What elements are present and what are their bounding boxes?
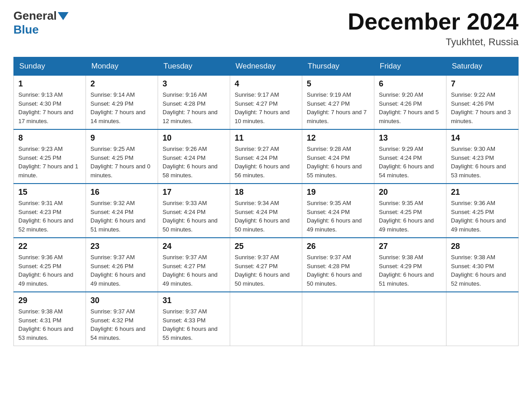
calendar-cell: 3Sunrise: 9:16 AMSunset: 4:28 PMDaylight… <box>158 76 230 130</box>
day-info: Sunrise: 9:38 AMSunset: 4:29 PMDaylight:… <box>379 253 442 288</box>
calendar-week-row: 15Sunrise: 9:31 AMSunset: 4:23 PMDayligh… <box>14 184 519 238</box>
day-number: 19 <box>307 188 369 197</box>
page-header: General Blue December 2024 Tyukhtet, Rus… <box>13 9 519 48</box>
calendar-cell: 29Sunrise: 9:38 AMSunset: 4:31 PMDayligh… <box>14 292 86 346</box>
day-number: 20 <box>379 188 442 197</box>
day-info: Sunrise: 9:36 AMSunset: 4:25 PMDaylight:… <box>18 253 81 288</box>
day-number: 23 <box>90 242 153 251</box>
day-info: Sunrise: 9:31 AMSunset: 4:23 PMDaylight:… <box>18 199 81 234</box>
location-text: Tyukhtet, Russia <box>348 36 519 48</box>
day-info: Sunrise: 9:13 AMSunset: 4:30 PMDaylight:… <box>18 90 81 125</box>
calendar-cell: 9Sunrise: 9:25 AMSunset: 4:25 PMDaylight… <box>86 129 158 184</box>
day-info: Sunrise: 9:33 AMSunset: 4:24 PMDaylight:… <box>163 199 225 234</box>
calendar-cell <box>374 292 446 346</box>
day-number: 14 <box>451 133 514 143</box>
calendar-week-row: 22Sunrise: 9:36 AMSunset: 4:25 PMDayligh… <box>14 238 519 292</box>
month-year-title: December 2024 <box>348 9 519 34</box>
day-info: Sunrise: 9:37 AMSunset: 4:33 PMDaylight:… <box>163 307 225 342</box>
calendar-cell: 6Sunrise: 9:20 AMSunset: 4:26 PMDaylight… <box>374 76 446 130</box>
calendar-cell: 28Sunrise: 9:38 AMSunset: 4:30 PMDayligh… <box>446 238 519 292</box>
day-info: Sunrise: 9:29 AMSunset: 4:24 PMDaylight:… <box>379 145 442 180</box>
calendar-cell: 22Sunrise: 9:36 AMSunset: 4:25 PMDayligh… <box>14 238 86 292</box>
day-info: Sunrise: 9:36 AMSunset: 4:25 PMDaylight:… <box>451 199 514 234</box>
day-info: Sunrise: 9:23 AMSunset: 4:25 PMDaylight:… <box>18 145 81 180</box>
day-number: 28 <box>451 242 514 251</box>
calendar-cell: 2Sunrise: 9:14 AMSunset: 4:29 PMDaylight… <box>86 76 158 130</box>
title-section: December 2024 Tyukhtet, Russia <box>348 9 519 48</box>
day-info: Sunrise: 9:27 AMSunset: 4:24 PMDaylight:… <box>235 145 297 180</box>
day-number: 6 <box>379 79 442 89</box>
day-info: Sunrise: 9:34 AMSunset: 4:24 PMDaylight:… <box>235 199 297 234</box>
day-number: 18 <box>235 188 297 197</box>
day-number: 27 <box>379 242 442 251</box>
calendar-cell <box>230 292 302 346</box>
day-number: 7 <box>451 79 514 89</box>
day-number: 15 <box>18 188 81 197</box>
day-number: 3 <box>163 79 225 89</box>
calendar-cell: 21Sunrise: 9:36 AMSunset: 4:25 PMDayligh… <box>446 184 519 238</box>
logo-blue-text: Blue <box>13 23 39 37</box>
calendar-cell: 14Sunrise: 9:30 AMSunset: 4:23 PMDayligh… <box>446 129 519 184</box>
calendar-cell: 27Sunrise: 9:38 AMSunset: 4:29 PMDayligh… <box>374 238 446 292</box>
calendar-cell: 13Sunrise: 9:29 AMSunset: 4:24 PMDayligh… <box>374 129 446 184</box>
calendar-cell: 18Sunrise: 9:34 AMSunset: 4:24 PMDayligh… <box>230 184 302 238</box>
calendar-header-sunday: Sunday <box>14 57 86 76</box>
day-number: 24 <box>163 242 225 251</box>
calendar-cell: 30Sunrise: 9:37 AMSunset: 4:32 PMDayligh… <box>86 292 158 346</box>
day-info: Sunrise: 9:16 AMSunset: 4:28 PMDaylight:… <box>163 90 225 125</box>
day-info: Sunrise: 9:32 AMSunset: 4:24 PMDaylight:… <box>90 199 153 234</box>
logo: General Blue <box>13 9 69 37</box>
day-number: 26 <box>307 242 369 251</box>
day-number: 29 <box>18 296 81 305</box>
calendar-header-row: SundayMondayTuesdayWednesdayThursdayFrid… <box>14 57 519 76</box>
calendar-week-row: 29Sunrise: 9:38 AMSunset: 4:31 PMDayligh… <box>14 292 519 346</box>
day-number: 21 <box>451 188 514 197</box>
calendar-cell: 25Sunrise: 9:37 AMSunset: 4:27 PMDayligh… <box>230 238 302 292</box>
calendar-cell <box>446 292 519 346</box>
day-number: 13 <box>379 133 442 143</box>
day-info: Sunrise: 9:37 AMSunset: 4:27 PMDaylight:… <box>163 253 225 288</box>
calendar-cell: 26Sunrise: 9:37 AMSunset: 4:28 PMDayligh… <box>302 238 374 292</box>
day-info: Sunrise: 9:35 AMSunset: 4:24 PMDaylight:… <box>307 199 369 234</box>
calendar-table: SundayMondayTuesdayWednesdayThursdayFrid… <box>13 57 519 346</box>
calendar-header-thursday: Thursday <box>302 57 374 76</box>
logo-arrow-icon <box>58 12 69 20</box>
calendar-cell: 7Sunrise: 9:22 AMSunset: 4:26 PMDaylight… <box>446 76 519 130</box>
calendar-cell: 15Sunrise: 9:31 AMSunset: 4:23 PMDayligh… <box>14 184 86 238</box>
calendar-cell: 17Sunrise: 9:33 AMSunset: 4:24 PMDayligh… <box>158 184 230 238</box>
calendar-cell: 5Sunrise: 9:19 AMSunset: 4:27 PMDaylight… <box>302 76 374 130</box>
calendar-cell: 19Sunrise: 9:35 AMSunset: 4:24 PMDayligh… <box>302 184 374 238</box>
calendar-header-saturday: Saturday <box>446 57 519 76</box>
calendar-cell: 1Sunrise: 9:13 AMSunset: 4:30 PMDaylight… <box>14 76 86 130</box>
calendar-cell: 10Sunrise: 9:26 AMSunset: 4:24 PMDayligh… <box>158 129 230 184</box>
day-number: 4 <box>235 79 297 89</box>
calendar-week-row: 8Sunrise: 9:23 AMSunset: 4:25 PMDaylight… <box>14 129 519 184</box>
calendar-week-row: 1Sunrise: 9:13 AMSunset: 4:30 PMDaylight… <box>14 76 519 130</box>
calendar-cell: 8Sunrise: 9:23 AMSunset: 4:25 PMDaylight… <box>14 129 86 184</box>
day-info: Sunrise: 9:22 AMSunset: 4:26 PMDaylight:… <box>451 90 514 125</box>
day-number: 17 <box>163 188 225 197</box>
calendar-cell: 16Sunrise: 9:32 AMSunset: 4:24 PMDayligh… <box>86 184 158 238</box>
calendar-cell: 20Sunrise: 9:35 AMSunset: 4:25 PMDayligh… <box>374 184 446 238</box>
day-info: Sunrise: 9:30 AMSunset: 4:23 PMDaylight:… <box>451 145 514 180</box>
calendar-cell: 12Sunrise: 9:28 AMSunset: 4:24 PMDayligh… <box>302 129 374 184</box>
day-info: Sunrise: 9:37 AMSunset: 4:27 PMDaylight:… <box>235 253 297 288</box>
day-info: Sunrise: 9:28 AMSunset: 4:24 PMDaylight:… <box>307 145 369 180</box>
day-number: 5 <box>307 79 369 89</box>
calendar-cell: 31Sunrise: 9:37 AMSunset: 4:33 PMDayligh… <box>158 292 230 346</box>
day-info: Sunrise: 9:37 AMSunset: 4:28 PMDaylight:… <box>307 253 369 288</box>
day-number: 16 <box>90 188 153 197</box>
day-number: 1 <box>18 79 81 89</box>
day-info: Sunrise: 9:35 AMSunset: 4:25 PMDaylight:… <box>379 199 442 234</box>
day-number: 8 <box>18 133 81 143</box>
day-info: Sunrise: 9:14 AMSunset: 4:29 PMDaylight:… <box>90 90 153 125</box>
logo-general-text: General <box>13 9 57 23</box>
calendar-header-tuesday: Tuesday <box>158 57 230 76</box>
day-info: Sunrise: 9:26 AMSunset: 4:24 PMDaylight:… <box>163 145 225 180</box>
day-number: 11 <box>235 133 297 143</box>
day-number: 12 <box>307 133 369 143</box>
day-number: 2 <box>90 79 153 89</box>
day-number: 25 <box>235 242 297 251</box>
calendar-cell: 4Sunrise: 9:17 AMSunset: 4:27 PMDaylight… <box>230 76 302 130</box>
calendar-header-monday: Monday <box>86 57 158 76</box>
